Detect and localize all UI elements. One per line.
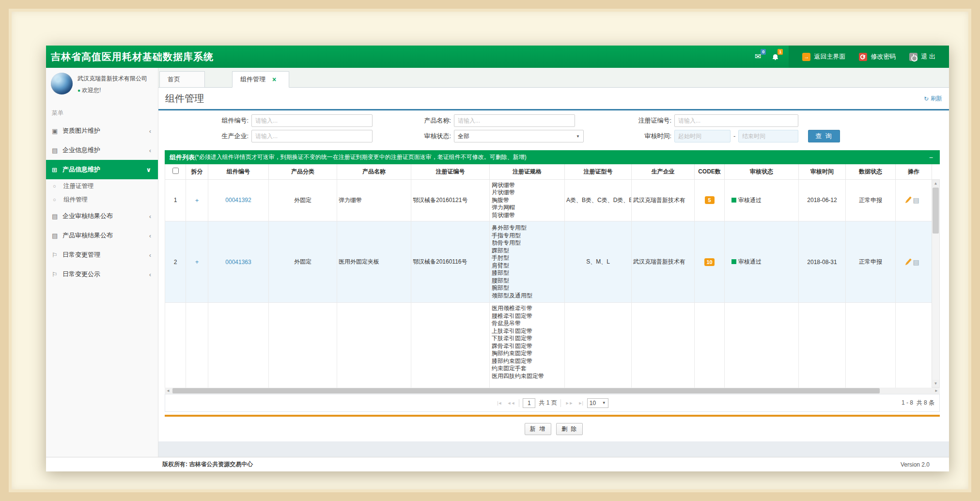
close-icon[interactable]: ×	[272, 76, 276, 83]
cert-specs: 医用颈椎牵引带 腰椎牵引固定带 骨盆悬吊带 上肢牵引固定带 下肢牵引固定带 踝骨…	[490, 303, 565, 388]
cert-specs: 网状绷带 片状绷带 胸腹带 弹力网帽 筒状绷带	[490, 179, 565, 221]
mail-button[interactable]: ✉ 0	[749, 46, 767, 68]
manufacturer: 武汉克瑞普新技术有	[632, 221, 695, 303]
end-date-input[interactable]	[738, 130, 798, 142]
footer-actions: 新 增 删 除	[158, 417, 949, 441]
file-icon: ▤	[52, 147, 62, 154]
status-square-icon	[731, 198, 736, 203]
sidebar-toggle-icon[interactable]: ≡	[200, 46, 219, 68]
sidebar-item-daily-change-management[interactable]: ⚐ 日常变更管理 ‹	[46, 245, 158, 265]
last-page-button[interactable]: ►|	[577, 401, 584, 406]
mail-icon: ✉	[755, 53, 761, 61]
tab-home[interactable]: 首页	[159, 71, 205, 88]
query-button[interactable]: 查 询	[808, 130, 840, 142]
sidebar-item-product-audit-results[interactable]: ▤ 产品审核结果公布 ‹	[46, 226, 158, 245]
sidebar-item-product-info[interactable]: ⊞ 产品信息维护 ∨	[46, 160, 158, 179]
horizontal-scrollbar[interactable]: ◄ ►	[165, 388, 940, 394]
cert-number-input[interactable]	[674, 114, 798, 127]
page-size-select[interactable]: 10 ▼	[587, 398, 608, 408]
document-icon[interactable]: ▤	[913, 258, 919, 266]
product-icon: ⊞	[52, 166, 62, 173]
component-code-link[interactable]: 00041363	[225, 259, 251, 266]
date-range-dash: -	[733, 130, 735, 142]
component-code-link[interactable]: 00041392	[225, 197, 251, 204]
product-category: 外固定	[269, 221, 337, 303]
main-content: 首页 组件管理 × 组件管理 ↻ 刷新 组件编号: 产品名称:	[158, 68, 949, 457]
sidebar-item-qualification-images[interactable]: ▣ 资质图片维护 ‹	[46, 121, 158, 141]
logout-button[interactable]: 退 出	[902, 52, 942, 61]
page-number-input[interactable]	[523, 398, 535, 408]
data-status: 正常申报	[846, 179, 896, 221]
footer: 版权所有: 吉林省公共资源交易中心 Version 2.0	[46, 457, 949, 471]
app-title: 吉林省高值医用耗材基础数据库系统	[46, 50, 214, 63]
chevron-left-icon: ‹	[149, 213, 151, 220]
tab-component-management[interactable]: 组件管理 ×	[232, 71, 289, 88]
first-page-button[interactable]: |◄	[496, 401, 502, 406]
sidebar-item-cert-management[interactable]: ○ 注册证管理	[46, 179, 158, 193]
change-password-button[interactable]: 修改密码	[852, 52, 902, 61]
audit-status-select[interactable]: 全部 ▼	[454, 130, 584, 142]
divider	[560, 399, 561, 407]
scrollbar-thumb[interactable]	[172, 388, 880, 393]
list-note: (*必须进入组件详情页才可送审，到期换证不变的统一在注册证到期变更中的注册证页面…	[195, 153, 527, 161]
component-table: 拆分 组件编号 产品分类 产品名称 注册证编号 注册证规格 注册证型号 生产企业…	[165, 164, 932, 388]
pagination-bar: |◄ ◄◄ 共 1 页 ►► ►| 10 ▼ 1 - 8 共 8 条	[165, 394, 940, 412]
code-count-badge: 10	[704, 258, 714, 266]
scrollbar-thumb[interactable]	[933, 188, 939, 234]
next-page-button[interactable]: ►►	[564, 401, 574, 406]
sidebar-item-company-audit-results[interactable]: ▤ 企业审核结果公布 ‹	[46, 206, 158, 226]
sidebar-item-company-info[interactable]: ▤ 企业信息维护 ‹	[46, 141, 158, 160]
sidebar-item-daily-change-publicity[interactable]: ⚐ 日常变更公示 ‹	[46, 265, 158, 284]
component-code-input[interactable]	[251, 114, 373, 127]
audit-status: 审核通过	[725, 221, 799, 303]
audit-time: 2018-06-12	[799, 179, 846, 221]
collapse-icon[interactable]: −	[927, 154, 935, 161]
return-icon: →	[802, 53, 810, 61]
chevron-left-icon: ‹	[149, 147, 151, 154]
menu-label: 菜单	[46, 96, 158, 121]
refresh-link[interactable]: ↻ 刷新	[924, 94, 942, 103]
edit-icon[interactable]	[906, 258, 912, 264]
refresh-icon: ↻	[924, 95, 929, 102]
online-dot-icon: ●	[78, 88, 80, 93]
circle-icon: ○	[53, 183, 63, 189]
search-form: 组件编号: 产品名称: 注册证编号: 生产企业: 审核状态: 全部 ▼ 审核时间…	[158, 110, 949, 150]
chevron-left-icon: ‹	[149, 251, 151, 259]
sidebar: 武汉克瑞普新技术有限公司 ●欢迎您! 菜单 ▣ 资质图片维护 ‹ ▤ 企业信息维…	[46, 68, 158, 457]
select-all-checkbox[interactable]	[172, 168, 179, 174]
flag-icon: ⚐	[52, 271, 62, 278]
image-icon: ▣	[52, 127, 62, 135]
expand-row-button[interactable]: +	[195, 197, 199, 204]
avatar	[51, 73, 73, 94]
sidebar-item-component-management[interactable]: ○ 组件管理	[46, 193, 158, 206]
cert-number: 鄂汉械备20160121号	[411, 179, 490, 221]
return-main-button[interactable]: → 返回主界面	[795, 52, 852, 61]
manufacturer-input[interactable]	[251, 130, 373, 142]
audit-time-label: 审核时间:	[608, 130, 671, 142]
cert-models: S、M、L	[565, 221, 632, 303]
table-row: 医用颈椎牵引带 腰椎牵引固定带 骨盆悬吊带 上肢牵引固定带 下肢牵引固定带 踝骨…	[165, 303, 932, 388]
edit-icon[interactable]	[906, 197, 912, 203]
scroll-right-icon[interactable]: ►	[933, 388, 940, 394]
chevron-left-icon: ‹	[149, 271, 151, 278]
scroll-left-icon[interactable]: ◄	[165, 388, 171, 394]
top-navbar: 吉林省高值医用耗材基础数据库系统 ≡ ✉ 0 1 → 返回主界面 修改密码	[46, 46, 949, 68]
delete-button[interactable]: 删 除	[556, 423, 583, 435]
file-icon: ▤	[52, 213, 62, 220]
scroll-down-icon[interactable]: ▼	[932, 380, 939, 387]
document-icon[interactable]: ▤	[913, 196, 919, 204]
list-panel-header: 组件列表 (*必须进入组件详情页才可送审，到期换证不变的统一在注册证到期变更中的…	[165, 150, 940, 164]
bell-icon	[773, 54, 778, 60]
add-button[interactable]: 新 增	[525, 423, 551, 435]
expand-row-button[interactable]: +	[195, 258, 199, 266]
power-icon	[909, 53, 918, 61]
vertical-scrollbar[interactable]: ▲ ▼	[932, 179, 940, 388]
notifications-button[interactable]: 1	[767, 46, 784, 68]
start-date-input[interactable]	[674, 130, 731, 142]
manufacturer-label: 生产企业:	[186, 130, 249, 142]
product-name-label: 产品名称:	[388, 114, 451, 127]
product-name-input[interactable]	[454, 114, 575, 127]
prev-page-button[interactable]: ◄◄	[506, 401, 516, 406]
version-label: Version 2.0	[901, 461, 949, 468]
scroll-up-icon[interactable]: ▲	[932, 180, 939, 187]
